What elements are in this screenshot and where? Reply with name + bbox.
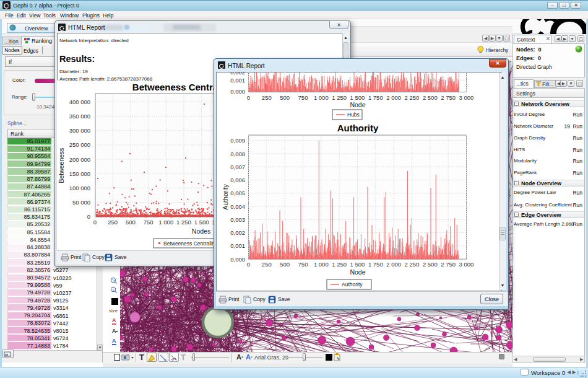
svg-text:750: 750 — [144, 219, 153, 226]
svg-text:Node: Node — [350, 268, 365, 276]
svg-text:Nodes: Nodes — [192, 227, 210, 235]
svg-text:0,004: 0,004 — [230, 203, 245, 210]
svg-text:350 000: 350 000 — [69, 113, 90, 120]
svg-text:0: 0 — [247, 94, 250, 101]
svg-text:0,009: 0,009 — [230, 137, 245, 144]
svg-text:500: 500 — [280, 94, 290, 101]
svg-text:750: 750 — [298, 261, 308, 268]
svg-text:Authority: Authority — [222, 184, 229, 210]
svg-text:500: 500 — [126, 219, 136, 226]
svg-text:3 000: 3 000 — [459, 261, 474, 268]
svg-text:0,001: 0,001 — [230, 77, 245, 84]
svg-text:3 000: 3 000 — [459, 94, 474, 101]
svg-text:0,001: 0,001 — [230, 242, 245, 249]
svg-text:0,007: 0,007 — [230, 164, 245, 170]
svg-text:2 000: 2 000 — [386, 261, 401, 268]
svg-text:150 000: 150 000 — [69, 170, 90, 177]
svg-text:1 750: 1 750 — [368, 261, 383, 268]
svg-text:1 500: 1 500 — [350, 94, 365, 101]
svg-text:2 750: 2 750 — [441, 94, 456, 101]
svg-text:1 250: 1 250 — [176, 219, 191, 226]
svg-text:Betweeness: Betweeness — [58, 147, 65, 183]
svg-text:2 500: 2 500 — [423, 261, 438, 268]
svg-text:1 500: 1 500 — [194, 219, 209, 226]
svg-text:Authority: Authority — [342, 281, 363, 288]
svg-text:1 000: 1 000 — [314, 94, 329, 101]
svg-text:0,008: 0,008 — [230, 151, 245, 157]
svg-text:0,005: 0,005 — [230, 190, 245, 196]
svg-text:1 000: 1 000 — [158, 219, 173, 226]
svg-text:Betweeness Centrality: Betweeness Centrality — [163, 240, 216, 247]
svg-text:250: 250 — [262, 261, 272, 268]
svg-text:0,000: 0,000 — [230, 88, 245, 95]
svg-text:2 250: 2 250 — [405, 94, 420, 101]
svg-text:0,003: 0,003 — [230, 216, 245, 223]
svg-text:2 250: 2 250 — [405, 261, 420, 268]
svg-text:750: 750 — [298, 94, 308, 101]
svg-text:2 500: 2 500 — [423, 94, 438, 101]
svg-text:0,006: 0,006 — [230, 177, 245, 183]
svg-text:Node: Node — [350, 101, 365, 108]
svg-text:250 000: 250 000 — [69, 141, 90, 148]
svg-text:0,000: 0,000 — [230, 256, 245, 263]
svg-text:0: 0 — [87, 213, 90, 220]
svg-text:Hubs: Hubs — [347, 112, 360, 118]
svg-text:250: 250 — [262, 94, 272, 101]
svg-text:0: 0 — [247, 261, 250, 268]
svg-text:1 250: 1 250 — [332, 94, 347, 101]
svg-text:1 250: 1 250 — [332, 261, 347, 268]
svg-text:2 750: 2 750 — [441, 261, 456, 268]
svg-text:500: 500 — [280, 261, 290, 268]
svg-text:200 000: 200 000 — [69, 156, 90, 163]
svg-text:0: 0 — [93, 219, 97, 226]
svg-text:1 750: 1 750 — [368, 94, 383, 101]
svg-text:0,002: 0,002 — [230, 72, 245, 76]
svg-text:300 000: 300 000 — [69, 127, 90, 134]
svg-text:100 000: 100 000 — [69, 185, 90, 191]
svg-text:250: 250 — [108, 219, 118, 226]
svg-text:1 000: 1 000 — [314, 261, 329, 268]
svg-text:Authority: Authority — [337, 123, 379, 133]
svg-text:2 000: 2 000 — [386, 94, 401, 101]
svg-text:50 000: 50 000 — [72, 199, 90, 206]
svg-text:1 500: 1 500 — [350, 261, 365, 268]
svg-text:400 000: 400 000 — [69, 99, 90, 105]
svg-text:0,002: 0,002 — [230, 229, 245, 236]
